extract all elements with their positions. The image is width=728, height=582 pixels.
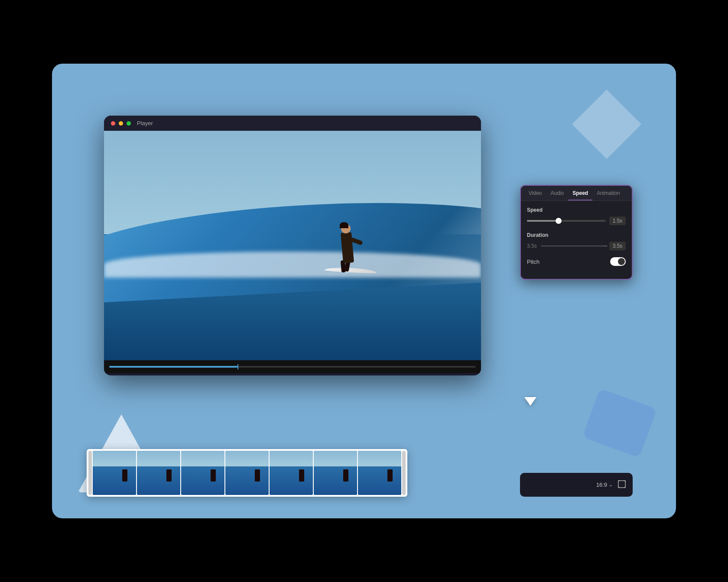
window-minimize-dot[interactable] [119,121,123,126]
frame-ocean [358,466,401,495]
filmstrip-frame[interactable] [93,451,136,495]
speed-slider-thumb[interactable] [556,218,562,224]
filmstrip-container[interactable] [87,449,407,497]
decorative-shape-bottom-right [582,388,657,458]
duration-track: → [541,246,608,246]
speed-section: Speed 1.5x [527,207,626,225]
timeline-progress [109,366,237,368]
player-bottom-bar: 16:9 ⌄ [520,473,633,497]
video-scene [104,131,481,360]
frame-sky [137,451,180,469]
frame-ocean [93,466,136,495]
frame-ocean [181,466,224,495]
window-maximize-dot[interactable] [127,121,131,126]
frame-sky [270,451,313,469]
timeline-playhead [237,364,238,369]
player-title: Player [137,120,153,126]
duration-section: Duration 3.5s → 3.5s [527,232,626,250]
frame-ocean [314,466,357,495]
pitch-label: Pitch [527,259,540,265]
filmstrip-frame[interactable] [270,451,313,495]
pitch-row: Pitch [527,257,626,266]
filmstrip-frame[interactable] [225,451,269,495]
filmstrip-frame[interactable] [137,451,180,495]
speed-slider-row: 1.5x [527,217,626,225]
filmstrip-frame[interactable] [181,451,224,495]
tab-animation[interactable]: Animation [592,186,624,200]
properties-panel: Video Audio Speed Animation Speed 1.5x [520,185,633,280]
surfer-body [341,232,354,263]
fullscreen-icon [618,480,626,488]
pitch-section: Pitch [527,257,626,266]
panel-content: Speed 1.5x Duration 3.5s → 3.5s [521,201,632,279]
speed-slider-track[interactable] [527,220,606,222]
tab-audio[interactable]: Audio [546,186,568,200]
player-window: Player [104,116,481,375]
speed-value: 1.5x [609,217,626,225]
svg-rect-0 [618,481,625,488]
frame-surfer-mini [122,469,127,482]
duration-start-label: 3.5s [527,243,539,249]
duration-arrow-icon: → [601,242,608,250]
filmstrip-frame[interactable] [358,451,401,495]
player-timeline[interactable] [104,360,481,373]
filmstrip-handle-right[interactable] [402,451,406,495]
aspect-ratio-label: 16:9 [596,482,607,488]
timeline-track[interactable] [109,366,476,368]
video-area[interactable] [104,131,481,360]
frame-surfer-mini [299,469,304,482]
tab-video[interactable]: Video [524,186,546,200]
surfer-hair [340,222,348,228]
duration-section-title: Duration [527,232,626,238]
window-close-dot[interactable] [111,121,115,126]
fullscreen-button[interactable] [618,480,626,490]
tab-speed[interactable]: Speed [568,186,592,200]
frame-surfer-mini [166,469,172,482]
filmstrip-handle-left[interactable] [88,451,92,495]
frame-surfer-mini [255,469,260,482]
frame-ocean [270,466,313,495]
outer-background: Player [52,64,676,518]
filmstrip-frame[interactable] [314,451,357,495]
frame-sky [93,451,136,469]
surfer-figure [333,211,368,280]
duration-row: 3.5s → 3.5s [527,242,626,250]
player-titlebar: Player [104,116,481,131]
frame-surfer-mini [387,469,393,482]
pitch-toggle[interactable] [610,257,626,266]
speed-slider-fill [527,220,559,222]
aspect-ratio-chevron-icon: ⌄ [609,482,613,488]
speed-section-title: Speed [527,207,626,213]
frame-sky [181,451,224,469]
wave-foam [104,252,481,278]
panel-tabs: Video Audio Speed Animation [521,186,632,201]
duration-end-value: 3.5s [609,242,626,250]
decorative-shape-top-right [572,90,641,159]
frame-surfer-mini [343,469,348,482]
frame-sky [225,451,269,469]
aspect-ratio-button[interactable]: 16:9 ⌄ [596,482,613,488]
frame-ocean [225,466,269,495]
filmstrip-frames [93,451,401,495]
frame-sky [314,451,357,469]
frame-surfer-mini [211,469,216,482]
toggle-knob [618,258,625,265]
frame-sky [358,451,401,469]
callout-pointer [524,397,536,406]
frame-ocean [137,466,180,495]
